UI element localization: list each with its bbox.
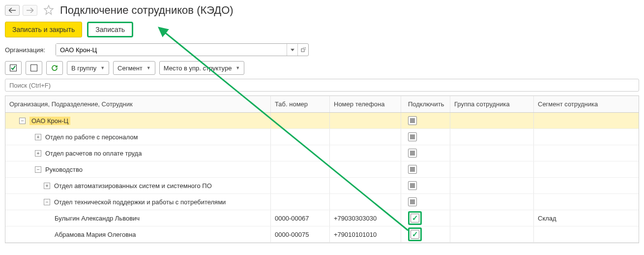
- col-header-segment[interactable]: Сегмент сотрудника: [534, 96, 639, 112]
- grid-header: Организация, Подразделение, Сотрудник Та…: [5, 96, 639, 113]
- tab-number-cell: [271, 113, 330, 128]
- group-cell: [450, 178, 534, 193]
- search-input[interactable]: [5, 79, 639, 92]
- row-name: Отдел технической поддержки и работы с п…: [54, 198, 226, 206]
- tab-number-cell: [271, 161, 330, 177]
- grid-row[interactable]: −Отдел технической поддержки и работы с …: [5, 194, 639, 210]
- highlight-box: ✓: [408, 227, 422, 241]
- tree-cell: Булыгин Александр Львович: [5, 210, 271, 226]
- highlight-box: ✓: [408, 211, 422, 225]
- deselect-all-button[interactable]: [26, 61, 42, 75]
- chevron-down-icon: [291, 49, 294, 51]
- connect-checkbox[interactable]: ✓: [410, 230, 419, 239]
- group-cell: [450, 161, 534, 177]
- grid-row[interactable]: +Отдел расчетов по оплате труда: [5, 145, 639, 161]
- connect-checkbox[interactable]: ✓: [410, 214, 419, 223]
- tab-number-cell: [271, 145, 330, 161]
- employees-grid: Организация, Подразделение, Сотрудник Та…: [5, 96, 639, 243]
- connect-cell: ✓: [401, 210, 450, 226]
- collapse-icon[interactable]: −: [19, 118, 26, 124]
- row-name: ОАО Крон-Ц: [29, 117, 70, 125]
- back-button[interactable]: [5, 5, 20, 16]
- col-header-phone[interactable]: Номер телефона: [330, 96, 401, 112]
- collapse-icon[interactable]: −: [44, 199, 50, 205]
- segment-cell: [534, 194, 639, 210]
- page-title: Подключение сотрудников (КЭДО): [60, 4, 234, 17]
- grid-row[interactable]: −Руководство: [5, 161, 639, 178]
- expand-icon[interactable]: +: [35, 134, 41, 140]
- grid-row[interactable]: +Отдел по работе с персоналом: [5, 129, 639, 145]
- forward-button[interactable]: [23, 5, 37, 16]
- connect-checkbox[interactable]: [408, 116, 417, 125]
- phone-cell: [330, 194, 401, 210]
- connect-cell: [401, 129, 450, 145]
- expand-icon[interactable]: +: [44, 183, 50, 189]
- col-header-tree[interactable]: Организация, Подразделение, Сотрудник: [5, 96, 271, 112]
- connect-cell: [401, 194, 450, 210]
- tree-cell: +Отдел расчетов по оплате труда: [5, 145, 271, 161]
- open-external-icon: [301, 47, 306, 52]
- col-header-tab[interactable]: Таб. номер: [271, 96, 330, 112]
- chevron-down-icon: ▼: [100, 65, 105, 70]
- org-input[interactable]: [56, 44, 287, 56]
- location-button[interactable]: Место в упр. структуре▼: [159, 61, 245, 75]
- group-cell: [450, 194, 534, 210]
- favorite-star-icon[interactable]: [43, 4, 54, 17]
- org-combobox[interactable]: [56, 43, 309, 56]
- segment-cell: [534, 226, 639, 242]
- phone-cell: [330, 161, 401, 177]
- phone-cell: [330, 113, 401, 128]
- connect-checkbox[interactable]: [408, 181, 417, 190]
- row-name: Абрамова Мария Олеговна: [55, 231, 136, 238]
- connect-checkbox[interactable]: [408, 132, 417, 141]
- connect-cell: [401, 161, 450, 177]
- connect-checkbox[interactable]: [408, 165, 417, 174]
- tree-cell: −Отдел технической поддержки и работы с …: [5, 194, 271, 210]
- grid-row[interactable]: −ОАО Крон-Ц: [5, 113, 639, 129]
- svg-rect-4: [31, 65, 37, 71]
- grid-row[interactable]: Булыгин Александр Львович0000-00067+7903…: [5, 210, 639, 226]
- tree-cell: −ОАО Крон-Ц: [5, 113, 271, 128]
- phone-cell: +79030303030: [330, 210, 401, 226]
- arrow-right-icon: [27, 8, 33, 13]
- tree-cell: +Отдел по работе с персоналом: [5, 129, 271, 145]
- group-cell: [450, 226, 534, 242]
- group-cell: [450, 129, 534, 145]
- org-dropdown-button[interactable]: [287, 44, 297, 56]
- connect-cell: ✓: [401, 226, 450, 242]
- row-name: Отдел расчетов по оплате труда: [45, 150, 142, 157]
- save-and-close-button[interactable]: Записать и закрыть: [5, 22, 82, 37]
- segment-button[interactable]: Сегмент▼: [113, 61, 155, 75]
- group-cell: [450, 210, 534, 226]
- refresh-button[interactable]: [46, 61, 63, 75]
- svg-rect-2: [301, 49, 304, 52]
- grid-row[interactable]: Абрамова Мария Олеговна0000-00075+790101…: [5, 226, 639, 243]
- org-open-button[interactable]: [297, 44, 308, 56]
- segment-cell: [534, 129, 639, 145]
- connect-checkbox[interactable]: [408, 197, 417, 206]
- tree-cell: +Отдел автоматизированных систем и систе…: [5, 178, 271, 193]
- row-name: Отдел по работе с персоналом: [45, 133, 138, 141]
- save-button[interactable]: Записать: [87, 22, 133, 37]
- to-group-button[interactable]: В группу▼: [67, 61, 109, 75]
- collapse-icon[interactable]: −: [35, 166, 41, 173]
- connect-checkbox[interactable]: [408, 149, 417, 158]
- group-cell: [450, 145, 534, 161]
- select-all-button[interactable]: [5, 61, 22, 75]
- col-header-group[interactable]: Группа сотрудника: [450, 96, 534, 112]
- group-cell: [450, 113, 534, 128]
- grid-row[interactable]: +Отдел автоматизированных систем и систе…: [5, 178, 639, 194]
- tab-number-cell: 0000-00067: [271, 210, 330, 226]
- expand-icon[interactable]: +: [35, 150, 41, 157]
- connect-cell: [401, 145, 450, 161]
- connect-cell: [401, 113, 450, 128]
- row-name: Отдел автоматизированных систем и систем…: [54, 182, 212, 190]
- col-header-connect[interactable]: Подключить: [401, 96, 450, 112]
- arrow-left-icon: [9, 8, 16, 13]
- chevron-down-icon: ▼: [235, 65, 240, 70]
- row-name: Руководство: [45, 166, 83, 173]
- tree-cell: −Руководство: [5, 161, 271, 177]
- phone-cell: +79010101010: [330, 226, 401, 242]
- phone-cell: [330, 178, 401, 193]
- org-label: Организация:: [5, 46, 52, 54]
